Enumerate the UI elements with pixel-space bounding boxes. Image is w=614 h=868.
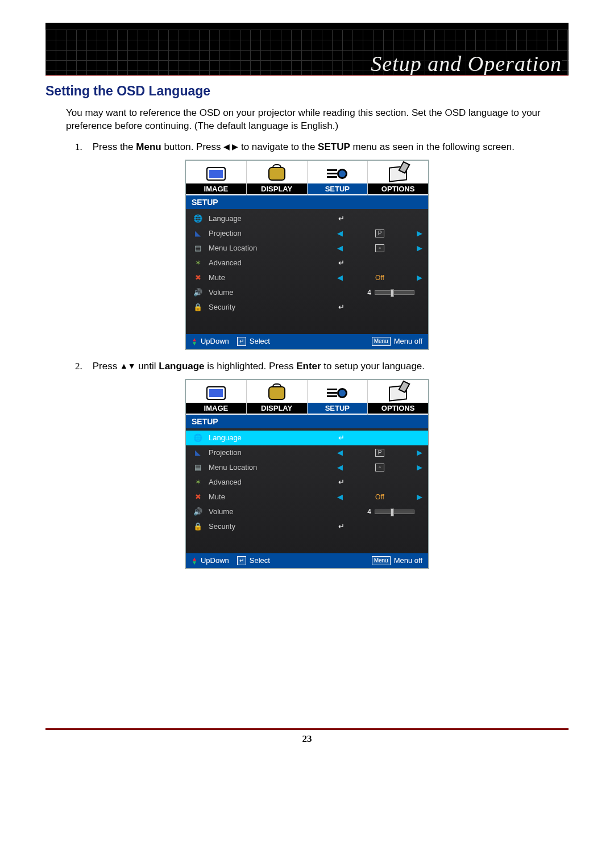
chevron-right-icon[interactable]: ▶ (417, 244, 422, 252)
setup-tab-icon (327, 168, 347, 180)
chevron-right-icon[interactable]: ▶ (417, 273, 422, 282)
osd-row-label: Mute (204, 493, 337, 501)
osd-value-box: ▫ (375, 464, 384, 471)
osd-row-volume[interactable]: 🔊Volume4 (186, 285, 428, 300)
display-tab-icon (268, 167, 285, 181)
osd-footer-updown: ▲▼UpDown (192, 337, 229, 345)
osd-tab-label: DISPLAY (247, 183, 307, 194)
enter-icon: ↵ (337, 433, 422, 442)
enter-icon: ↵ (337, 303, 422, 311)
osd-row-language[interactable]: 🌐Language↵ (186, 211, 428, 226)
chevron-right-icon[interactable]: ▶ (417, 493, 422, 501)
volume-slider[interactable] (375, 510, 414, 514)
header-band: Setup and Operation (45, 23, 569, 75)
osd-menu: IMAGEDISPLAYSETUPOPTIONSSETUP🌐Language↵◣… (185, 160, 429, 350)
osd-row-label: Advanced (204, 478, 337, 486)
osd-tab-label: IMAGE (186, 183, 246, 194)
osd-row-menu location[interactable]: ▤Menu Location◀▫▶ (186, 241, 428, 256)
osd-tab-image[interactable]: IMAGE (186, 161, 246, 195)
chevron-left-icon[interactable]: ◀ (337, 229, 343, 237)
osd-row-label: Advanced (204, 258, 337, 267)
osd-tab-options[interactable]: OPTIONS (367, 380, 428, 415)
osd-row-label: Menu Location (204, 244, 337, 252)
osd-footer-updown: ▲▼UpDown (192, 556, 229, 565)
page-footer: 23 (45, 728, 569, 745)
setup-tab-icon (327, 387, 347, 399)
security-icon: 🔒 (193, 303, 202, 311)
osd-footer-select: ↵Select (237, 337, 270, 346)
osd-value-box: P (375, 449, 384, 457)
osd-tab-setup[interactable]: SETUP (307, 161, 368, 195)
menu-location-icon: ▤ (194, 463, 201, 471)
osd-tabs: IMAGEDISPLAYSETUPOPTIONS (186, 380, 428, 415)
osd-tab-label: DISPLAY (247, 403, 307, 414)
osd-value-box: P (375, 229, 384, 237)
volume-icon: 🔊 (193, 288, 202, 297)
osd-row-advanced[interactable]: ✶Advanced↵ (186, 475, 428, 490)
osd-row-projection[interactable]: ◣Projection◀P▶ (186, 226, 428, 241)
advanced-icon: ✶ (195, 258, 201, 267)
enter-key-icon: ↵ (237, 337, 246, 346)
chevron-left-icon[interactable]: ◀ (337, 493, 343, 501)
mute-icon: ✖ (195, 493, 201, 501)
osd-row-volume[interactable]: 🔊Volume4 (186, 504, 428, 519)
osd-row-mute[interactable]: ✖Mute◀Off▶ (186, 270, 428, 285)
osd-tab-display[interactable]: DISPLAY (246, 380, 307, 415)
osd-tab-label: IMAGE (186, 403, 246, 414)
osd-row-mute[interactable]: ✖Mute◀Off▶ (186, 490, 428, 504)
osd-row-language[interactable]: 🌐Language↵ (186, 431, 428, 445)
mute-icon: ✖ (195, 273, 201, 282)
chevron-left-icon[interactable]: ◀ (337, 273, 343, 282)
menu-key-icon: Menu (372, 337, 391, 346)
osd-footer-menuoff: MenuMenu off (372, 337, 422, 346)
osd-tab-label: OPTIONS (368, 403, 428, 414)
enter-key-icon: ↵ (237, 556, 246, 565)
osd-row-label: Projection (204, 229, 337, 237)
section-heading: Setting the OSD Language (45, 84, 569, 99)
volume-slider[interactable] (375, 290, 414, 295)
steps-list: 1. Press the Menu button. Press ◀ ▶ to n… (75, 141, 569, 154)
step-2: 2. Press ▲▼ until Language is highlighte… (75, 360, 569, 373)
osd-row-label: Mute (204, 273, 337, 282)
chevron-left-icon[interactable]: ◀ (337, 244, 343, 252)
osd-row-security[interactable]: 🔒Security↵ (186, 300, 428, 315)
left-right-arrows-icon: ◀ ▶ (223, 141, 238, 152)
page: Setup and Operation Setting the OSD Lang… (0, 0, 614, 767)
osd-tab-label: SETUP (308, 183, 368, 194)
chevron-left-icon[interactable]: ◀ (337, 463, 343, 471)
osd-tab-image[interactable]: IMAGE (186, 380, 246, 415)
osd-value: 4 (337, 508, 375, 516)
osd-footer-select: ↵Select (237, 556, 270, 565)
volume-icon: 🔊 (193, 507, 202, 516)
osd-row-label: Security (204, 522, 337, 531)
intro-paragraph: You may want to reference the OSD on you… (66, 107, 569, 133)
header-title: Setup and Operation (302, 51, 562, 75)
options-tab-icon (389, 165, 407, 182)
osd-value: 4 (337, 289, 375, 297)
chevron-right-icon[interactable]: ▶ (417, 229, 422, 237)
osd-tab-setup[interactable]: SETUP (307, 380, 368, 415)
chevron-left-icon[interactable]: ◀ (337, 448, 343, 457)
display-tab-icon (268, 386, 285, 400)
menu-location-icon: ▤ (194, 244, 201, 252)
osd-footer: ▲▼UpDown↵SelectMenuMenu off (186, 334, 428, 349)
step-1-text: Press the Menu button. Press ◀ ▶ to navi… (93, 141, 515, 152)
osd-row-label: Projection (204, 448, 337, 457)
chevron-right-icon[interactable]: ▶ (417, 463, 422, 471)
osd-screenshot-1: IMAGEDISPLAYSETUPOPTIONSSETUP🌐Language↵◣… (45, 160, 569, 350)
osd-footer-menuoff: MenuMenu off (372, 556, 422, 565)
osd-row-advanced[interactable]: ✶Advanced↵ (186, 256, 428, 270)
osd-body: 🌐Language↵◣Projection◀P▶▤Menu Location◀▫… (186, 428, 428, 553)
step-1: 1. Press the Menu button. Press ◀ ▶ to n… (75, 141, 569, 154)
osd-row-menu location[interactable]: ▤Menu Location◀▫▶ (186, 460, 428, 475)
osd-tab-display[interactable]: DISPLAY (246, 161, 307, 195)
osd-row-label: Language (204, 214, 337, 223)
osd-tab-options[interactable]: OPTIONS (367, 161, 428, 195)
chevron-right-icon[interactable]: ▶ (417, 448, 422, 457)
osd-row-security[interactable]: 🔒Security↵ (186, 519, 428, 534)
menu-key-icon: Menu (372, 556, 391, 565)
osd-row-label: Volume (204, 288, 337, 297)
globe-icon: 🌐 (193, 433, 202, 442)
osd-menu: IMAGEDISPLAYSETUPOPTIONSSETUP🌐Language↵◣… (185, 379, 429, 569)
osd-row-projection[interactable]: ◣Projection◀P▶ (186, 445, 428, 460)
